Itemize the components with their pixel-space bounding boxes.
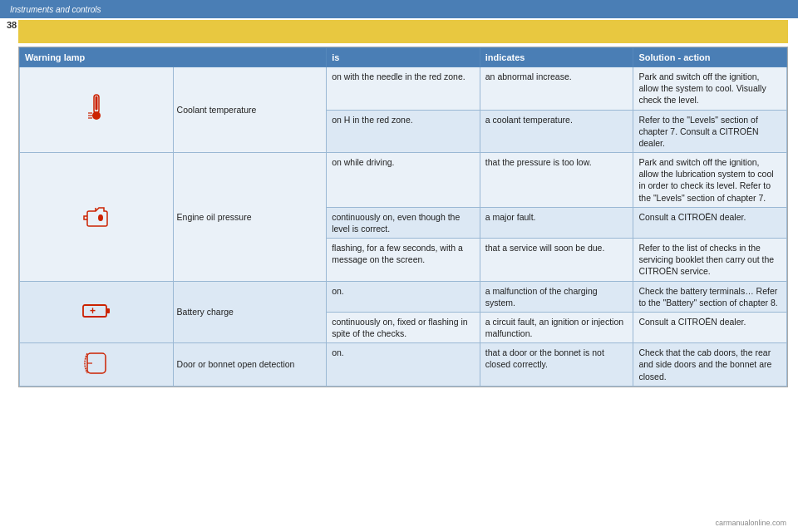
coolant-is-1: on with the needle in the red zone. xyxy=(327,67,480,111)
table-row: Engine oil pressure on while driving. th… xyxy=(20,153,787,208)
door-solution-1: Check that the cab doors, the rear and s… xyxy=(633,343,787,387)
coolant-indicates-1: an abnormal increase. xyxy=(480,67,633,111)
oil-is-1: on while driving. xyxy=(327,153,480,208)
header-bar: Instruments and controls xyxy=(0,0,798,18)
oil-pressure-icon xyxy=(82,201,111,229)
oil-indicates-2: a major fault. xyxy=(480,207,633,238)
door-is-1: on. xyxy=(327,343,480,387)
battery-is-2: continuously on, fixed or flashing in sp… xyxy=(327,312,480,342)
battery-icon-cell: + xyxy=(20,281,174,343)
oil-name-cell: Engine oil pressure xyxy=(173,153,327,282)
svg-point-6 xyxy=(98,214,103,221)
oil-indicates-1: that the pressure is too low. xyxy=(480,153,633,208)
battery-indicates-2: a circuit fault, an ignition or injectio… xyxy=(480,312,633,342)
table-row: Coolant temperature on with the needle i… xyxy=(20,67,787,111)
page-wrapper: Instruments and controls 38 Warning lamp… xyxy=(0,0,798,532)
battery-solution-1: Check the battery terminals… Refer to th… xyxy=(633,281,787,312)
col-header-indicates: indicates xyxy=(480,48,633,67)
coolant-is-2: on H in the red zone. xyxy=(327,110,480,153)
page-number: 38 xyxy=(7,20,17,30)
oil-is-2: continuously on, even though the level i… xyxy=(327,207,480,238)
table-row: + Battery charge on. a malfunction of th… xyxy=(20,281,787,312)
oil-icon-cell xyxy=(20,153,174,282)
col-header-lamp: Warning lamp xyxy=(20,48,327,67)
door-label: Door or bonnet open detection xyxy=(177,359,295,369)
battery-icon: + xyxy=(81,302,111,320)
oil-is-3: flashing, for a few seconds, with a mess… xyxy=(327,239,480,282)
yellow-bar xyxy=(18,20,788,43)
table-row: Door or bonnet open detection on. that a… xyxy=(20,343,787,387)
col-header-solution: Solution - action xyxy=(633,48,787,67)
battery-is-1: on. xyxy=(327,281,480,312)
battery-solution-2: Consult a CITROËN dealer. xyxy=(633,312,787,342)
warning-table: Warning lamp is indicates Solution - act… xyxy=(19,47,787,387)
door-name-cell: Door or bonnet open detection xyxy=(173,343,327,387)
col-header-is: is xyxy=(327,48,480,67)
svg-rect-8 xyxy=(106,308,110,313)
battery-indicates-1: a malfunction of the charging system. xyxy=(480,281,633,312)
oil-indicates-3: that a service will soon be due. xyxy=(480,239,633,282)
oil-solution-1: Park and switch off the ignition, allow … xyxy=(633,153,787,208)
oil-solution-2: Consult a CITROËN dealer. xyxy=(633,207,787,238)
door-icon-cell xyxy=(20,343,174,387)
header-title: Instruments and controls xyxy=(10,5,101,14)
svg-point-2 xyxy=(92,111,101,120)
door-indicates-1: that a door or the bonnet is not closed … xyxy=(480,343,633,387)
door-icon xyxy=(84,350,109,377)
svg-rect-1 xyxy=(95,96,97,111)
coolant-solution-2: Refer to the "Levels" section of chapter… xyxy=(633,110,787,153)
coolant-icon-cell xyxy=(20,67,174,153)
watermark: carmanualonline.com xyxy=(715,519,786,527)
thermometer-icon xyxy=(83,93,110,123)
coolant-solution-1: Park and switch off the ignition, allow … xyxy=(633,67,787,111)
table-container: Warning lamp is indicates Solution - act… xyxy=(18,47,788,387)
battery-label: Battery charge xyxy=(177,307,234,317)
coolant-label: Coolant temperature xyxy=(177,105,257,115)
oil-label: Engine oil pressure xyxy=(177,212,252,222)
battery-name-cell: Battery charge xyxy=(173,281,327,343)
svg-text:+: + xyxy=(90,305,96,317)
oil-solution-3: Refer to the list of checks in the servi… xyxy=(633,239,787,282)
coolant-name-cell: Coolant temperature xyxy=(173,67,327,153)
coolant-indicates-2: a coolant temperature. xyxy=(480,110,633,153)
